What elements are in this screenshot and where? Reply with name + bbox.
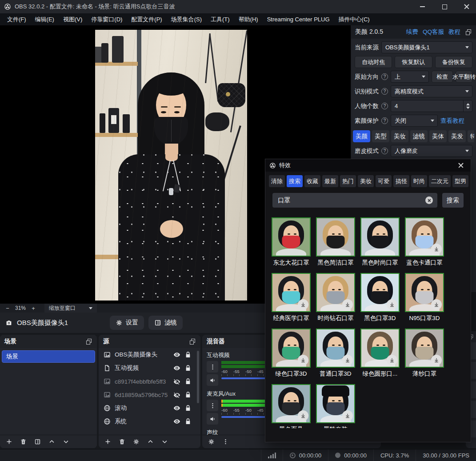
lock-toggle[interactable] xyxy=(184,418,192,425)
source-properties-button[interactable] xyxy=(132,437,140,447)
beauty-tab[interactable]: 特效 xyxy=(468,130,474,142)
effect-thumbnail[interactable] xyxy=(316,273,355,312)
zoom-in-button[interactable]: + xyxy=(30,305,36,312)
beauty-tab[interactable]: 美体 xyxy=(429,130,447,142)
visibility-toggle[interactable] xyxy=(173,351,180,358)
mute-button[interactable] xyxy=(207,413,218,425)
channel-menu-button[interactable] xyxy=(207,361,218,373)
beauty-link[interactable]: QQ客服 xyxy=(423,28,444,36)
effect-thumbnail[interactable] xyxy=(316,217,355,257)
clear-search-icon[interactable] xyxy=(425,196,433,204)
tutorial-link[interactable]: 查看教程 xyxy=(440,117,464,125)
effects-tab[interactable]: 美妆 xyxy=(358,175,374,187)
beauty-tab[interactable]: 美颜 xyxy=(353,130,370,142)
menu-item[interactable]: 编辑(E) xyxy=(31,13,59,25)
menu-item[interactable]: 视图(V) xyxy=(59,13,87,25)
effects-tab[interactable]: 清除 xyxy=(269,175,285,187)
help-icon[interactable] xyxy=(381,88,388,95)
lock-toggle[interactable] xyxy=(184,351,192,358)
effect-thumbnail[interactable] xyxy=(316,329,355,368)
mixer-menu-button[interactable] xyxy=(221,437,230,447)
beauty-tab[interactable]: 美型 xyxy=(372,130,389,142)
advanced-audio-button[interactable] xyxy=(207,437,216,447)
filters-button[interactable]: 滤镜 xyxy=(148,316,183,330)
source-row[interactable]: 互动视频 xyxy=(99,361,200,375)
help-icon[interactable] xyxy=(381,103,388,109)
move-scene-up-button[interactable] xyxy=(47,437,56,447)
effect-item[interactable]: 黑酷套装 xyxy=(316,384,355,428)
effects-tab[interactable]: 热门 xyxy=(340,175,356,187)
help-icon[interactable] xyxy=(381,73,388,80)
effect-item[interactable]: 经典医学口罩 xyxy=(272,273,311,322)
menu-item[interactable]: 配置文件(P) xyxy=(127,13,166,25)
effects-search-field[interactable] xyxy=(272,193,437,208)
help-icon[interactable] xyxy=(381,117,388,124)
close-icon[interactable] xyxy=(455,160,467,171)
menu-item[interactable]: 工具(T) xyxy=(206,13,234,25)
flip-horizontal-button[interactable]: 水平翻转 xyxy=(456,71,472,83)
effect-thumbnail[interactable] xyxy=(272,273,311,312)
menu-item[interactable]: Streaming Center PLUG xyxy=(263,13,334,25)
effect-thumbnail[interactable] xyxy=(360,329,400,368)
effect-thumbnail[interactable] xyxy=(272,384,311,423)
visibility-toggle[interactable] xyxy=(173,391,180,398)
menu-item[interactable]: 文件(F) xyxy=(3,13,31,25)
close-button[interactable] xyxy=(457,0,476,13)
source-row[interactable]: OBS美颜摄像头 xyxy=(99,348,200,361)
source-row[interactable]: 系统 xyxy=(99,415,200,428)
beauty-action-button[interactable]: 恢复默认 xyxy=(395,56,432,68)
add-source-button[interactable] xyxy=(103,437,112,447)
stepper-arrows[interactable] xyxy=(463,100,472,112)
lock-toggle[interactable] xyxy=(184,405,192,412)
remove-source-button[interactable] xyxy=(117,437,126,447)
beauty-tab[interactable]: 美妆 xyxy=(391,130,408,142)
effect-item[interactable]: 时尚钻石口罩 xyxy=(316,273,355,322)
effects-tab[interactable]: 收藏 xyxy=(304,175,320,187)
effects-tab[interactable]: 搜索 xyxy=(287,175,303,187)
search-button[interactable]: 搜索 xyxy=(442,193,464,208)
effect-item[interactable]: N95口罩3D xyxy=(405,273,444,322)
effect-item[interactable]: 黑色时尚口罩 xyxy=(360,217,400,267)
menu-item[interactable]: 停靠窗口(D) xyxy=(87,13,127,25)
orientation-dropdown[interactable]: 上 xyxy=(391,71,429,83)
effects-tab[interactable]: 型男 xyxy=(452,175,468,187)
zoom-fit-dropdown[interactable]: 缩放至窗口 xyxy=(44,304,97,313)
visibility-toggle[interactable] xyxy=(173,378,180,385)
effect-item[interactable]: 黑色面具 xyxy=(272,384,311,428)
move-scene-down-button[interactable] xyxy=(61,437,70,447)
scrollbar[interactable] xyxy=(197,351,199,403)
effect-thumbnail[interactable] xyxy=(405,273,444,312)
effect-item[interactable]: 东北大花口罩 xyxy=(272,217,311,267)
effect-thumbnail[interactable] xyxy=(405,217,444,257)
popout-icon[interactable] xyxy=(189,338,196,345)
menu-item[interactable]: 帮助(H) xyxy=(234,13,263,25)
settings-button[interactable]: 设置 xyxy=(110,316,144,330)
effect-thumbnail[interactable] xyxy=(360,273,400,312)
menu-item[interactable]: 场景集合(S) xyxy=(167,13,206,25)
beauty-tab[interactable]: 滤镜 xyxy=(410,130,428,142)
source-row[interactable]: 6d18859a5796bc75 xyxy=(99,388,200,401)
help-icon[interactable] xyxy=(381,148,388,154)
effect-thumbnail[interactable] xyxy=(316,384,355,423)
effect-thumbnail[interactable] xyxy=(360,217,400,257)
source-row[interactable]: c8917f4ebbfbfe5ff3 xyxy=(99,375,200,388)
check-button[interactable]: 检查 xyxy=(432,71,453,83)
popout-icon[interactable] xyxy=(85,338,92,345)
zoom-out-button[interactable]: − xyxy=(4,305,11,312)
scene-filters-button[interactable] xyxy=(33,437,42,447)
effect-thumbnail[interactable] xyxy=(405,329,444,368)
lock-toggle[interactable] xyxy=(184,391,192,398)
recognition-dropdown[interactable]: 高精度模式 xyxy=(391,85,472,97)
source-dropdown[interactable]: OBS美颜摄像头1 xyxy=(381,41,472,53)
minimize-button[interactable] xyxy=(413,0,432,13)
effects-tab[interactable]: 时尚 xyxy=(411,175,427,187)
effect-item[interactable]: 黑色简洁口罩 xyxy=(316,217,355,267)
maximize-button[interactable] xyxy=(435,0,454,13)
search-input[interactable] xyxy=(277,196,425,204)
popout-icon[interactable] xyxy=(465,28,472,36)
add-scene-button[interactable] xyxy=(4,437,13,447)
move-source-up-button[interactable] xyxy=(146,437,155,447)
effect-item[interactable]: 普通口罩3D xyxy=(316,329,355,378)
lock-toggle[interactable] xyxy=(184,365,192,372)
effect-item[interactable]: 黑色口罩3D xyxy=(360,273,400,322)
